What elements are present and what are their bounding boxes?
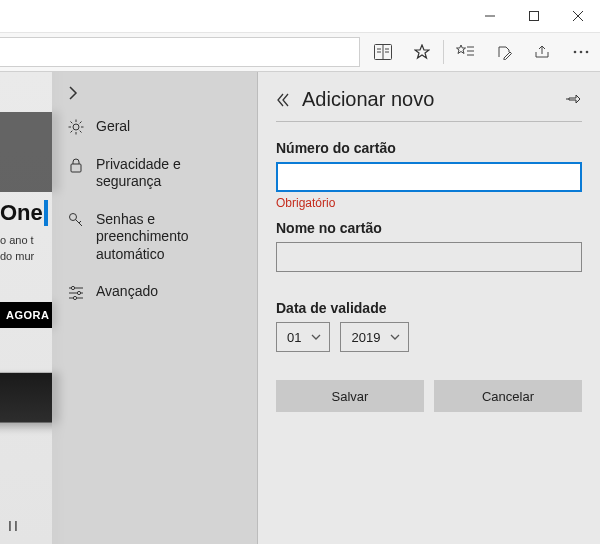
- svg-point-16: [579, 51, 582, 54]
- hero-image: [0, 112, 60, 192]
- sidebar-item-label: Geral: [96, 118, 130, 136]
- window-maximize-button[interactable]: [512, 0, 556, 32]
- add-card-panel: Adicionar novo Número do cartão Obrigató…: [258, 72, 600, 544]
- sidebar-item-label: Avançado: [96, 283, 158, 301]
- settings-sidebar: Geral Privacidade e segurança Senhas e p…: [52, 72, 258, 544]
- window-minimize-button[interactable]: [468, 0, 512, 32]
- card-number-label: Número do cartão: [276, 140, 582, 156]
- sidebar-forward-icon[interactable]: [52, 72, 257, 108]
- save-button[interactable]: Salvar: [276, 380, 424, 412]
- svg-line-23: [71, 122, 73, 124]
- background-webpage: One o ano t do mur AGORA II: [0, 72, 60, 544]
- svg-rect-1: [530, 12, 539, 21]
- svg-marker-11: [457, 45, 466, 54]
- svg-point-32: [71, 286, 74, 289]
- key-icon: [68, 211, 84, 228]
- svg-point-15: [573, 51, 576, 54]
- cancel-button[interactable]: Cancelar: [434, 380, 582, 412]
- svg-line-25: [80, 122, 82, 124]
- content-area: One o ano t do mur AGORA II Geral Privac…: [0, 72, 600, 544]
- bg-text-line: do mur: [0, 250, 34, 262]
- svg-point-17: [585, 51, 588, 54]
- browser-toolbar: [0, 32, 600, 72]
- sidebar-item-privacy[interactable]: Privacidade e segurança: [52, 146, 257, 201]
- card-number-error: Obrigatório: [276, 196, 582, 210]
- svg-rect-27: [71, 164, 81, 172]
- address-bar[interactable]: [0, 37, 360, 67]
- window-titlebar: [0, 0, 600, 32]
- svg-point-34: [77, 291, 80, 294]
- sidebar-item-passwords[interactable]: Senhas e preenchimento automático: [52, 201, 257, 274]
- notes-icon[interactable]: [484, 32, 523, 72]
- sidebar-item-label: Privacidade e segurança: [96, 156, 241, 191]
- reading-view-icon[interactable]: [364, 32, 403, 72]
- svg-marker-10: [415, 45, 429, 58]
- expiry-label: Data de validade: [276, 300, 582, 316]
- sidebar-item-label: Senhas e preenchimento automático: [96, 211, 241, 264]
- svg-line-26: [71, 131, 73, 133]
- pin-icon[interactable]: [566, 92, 582, 108]
- product-badge: One: [0, 200, 43, 226]
- product-image: [0, 373, 60, 423]
- chevron-down-icon: [390, 334, 400, 340]
- expiry-month-select[interactable]: 01: [276, 322, 330, 352]
- more-icon[interactable]: [561, 32, 600, 72]
- cta-button[interactable]: AGORA: [0, 302, 55, 328]
- expiry-month-value: 01: [287, 330, 301, 345]
- window-close-button[interactable]: [556, 0, 600, 32]
- divider: [276, 121, 582, 122]
- svg-point-28: [70, 213, 77, 220]
- sidebar-item-advanced[interactable]: Avançado: [52, 273, 257, 311]
- svg-point-36: [73, 296, 76, 299]
- card-name-input[interactable]: [276, 242, 582, 272]
- share-icon[interactable]: [523, 32, 562, 72]
- favorite-star-icon[interactable]: [403, 32, 442, 72]
- expiry-year-select[interactable]: 2019: [340, 322, 409, 352]
- card-number-input[interactable]: [276, 162, 582, 192]
- chevron-down-icon: [311, 334, 321, 340]
- accent-bar: [44, 200, 48, 226]
- svg-line-24: [80, 131, 82, 133]
- svg-point-18: [73, 124, 79, 130]
- carousel-pause-icon[interactable]: II: [8, 518, 20, 534]
- gear-icon: [68, 118, 84, 135]
- svg-line-30: [79, 221, 81, 223]
- lock-icon: [68, 156, 84, 173]
- panel-back-icon[interactable]: [276, 93, 290, 107]
- sidebar-item-general[interactable]: Geral: [52, 108, 257, 146]
- toolbar-separator: [443, 40, 444, 64]
- sliders-icon: [68, 283, 84, 300]
- expiry-year-value: 2019: [351, 330, 380, 345]
- favorites-list-icon[interactable]: [446, 32, 485, 72]
- card-name-label: Nome no cartão: [276, 220, 582, 236]
- panel-title: Adicionar novo: [302, 88, 554, 111]
- bg-text-line: o ano t: [0, 234, 34, 246]
